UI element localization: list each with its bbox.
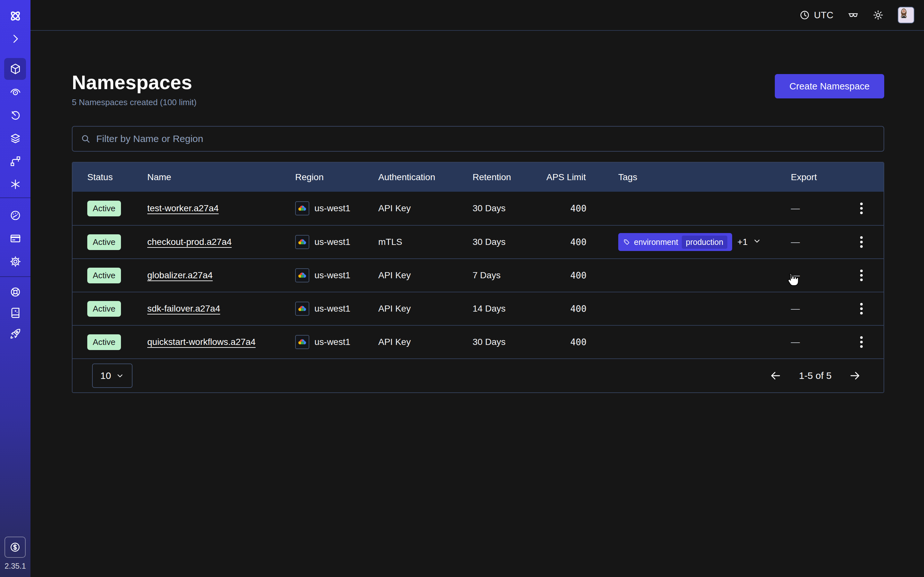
namespace-link[interactable]: test-worker.a27a4 bbox=[147, 203, 219, 213]
table-row: Active test-worker.a27a4 bbox=[73, 192, 884, 225]
create-namespace-button[interactable]: Create Namespace bbox=[775, 74, 884, 98]
asterisk-icon bbox=[9, 178, 21, 190]
status-badge: Active bbox=[87, 234, 121, 250]
col-retention: Retention bbox=[473, 172, 546, 182]
avatar-portrait bbox=[898, 7, 909, 18]
export-status: — bbox=[791, 237, 839, 247]
timezone-label: UTC bbox=[814, 10, 834, 21]
book-sparkle-icon bbox=[9, 306, 21, 319]
col-status: Status bbox=[87, 172, 147, 182]
aps-limit: 400 bbox=[546, 303, 618, 314]
sidebar-item-deployments[interactable] bbox=[0, 132, 31, 145]
retention-period: 14 Days bbox=[473, 303, 546, 314]
sidebar-item-batch-operations[interactable] bbox=[0, 155, 31, 167]
chevron-down-icon bbox=[753, 237, 761, 245]
page-title: Namespaces bbox=[72, 71, 197, 93]
export-status: — bbox=[791, 203, 839, 213]
sidebar: 2.35.1 bbox=[0, 0, 31, 577]
col-name: Name bbox=[147, 172, 295, 182]
auth-method: API Key bbox=[378, 203, 473, 213]
gauge-icon bbox=[9, 210, 21, 221]
tag-pill[interactable]: environment production bbox=[618, 233, 732, 251]
row-actions-menu[interactable] bbox=[858, 234, 865, 250]
export-status: — bbox=[791, 303, 839, 314]
table-footer: 10 1-5 of 5 bbox=[73, 358, 884, 392]
main-content: Namespaces 5 Namespaces created (100 lim… bbox=[31, 31, 924, 577]
retention-period: 30 Days bbox=[473, 237, 546, 247]
page-size-value: 10 bbox=[100, 370, 111, 381]
sidebar-expand-button[interactable] bbox=[0, 33, 31, 45]
page-size-select[interactable]: 10 bbox=[92, 364, 132, 388]
credit-card-icon bbox=[9, 232, 21, 245]
auth-method: API Key bbox=[378, 337, 473, 347]
namespace-link[interactable]: checkout-prod.a27a4 bbox=[147, 237, 232, 247]
col-authentication: Authentication bbox=[378, 172, 473, 182]
layers-icon bbox=[9, 132, 21, 145]
region-label: us-west1 bbox=[314, 237, 351, 247]
tag-key: environment bbox=[634, 237, 678, 247]
sidebar-item-nexus[interactable] bbox=[0, 178, 31, 190]
aps-limit: 400 bbox=[546, 337, 618, 348]
prev-page-arrow[interactable] bbox=[769, 370, 782, 382]
chevron-down-icon bbox=[116, 372, 124, 380]
col-aps-limit: APS Limit bbox=[546, 172, 618, 182]
col-export: Export bbox=[791, 172, 839, 182]
row-actions-menu[interactable] bbox=[858, 267, 865, 284]
sidebar-item-getting-started[interactable] bbox=[0, 327, 31, 340]
auth-method: API Key bbox=[378, 303, 473, 314]
sidebar-item-billing[interactable] bbox=[0, 232, 31, 245]
sidebar-item-namespaces[interactable] bbox=[0, 63, 31, 75]
namespace-link[interactable]: globalizer.a27a4 bbox=[147, 270, 213, 280]
table-row: Active globalizer.a27a4 bbox=[73, 258, 884, 292]
theme-toggle-button[interactable] bbox=[873, 10, 884, 21]
user-avatar[interactable] bbox=[898, 7, 914, 23]
cube-icon bbox=[9, 63, 21, 75]
plan-billing-badge-button[interactable] bbox=[5, 537, 26, 558]
branch-nodes-icon bbox=[9, 155, 21, 167]
spiral-eye-icon bbox=[9, 86, 21, 98]
region-label: us-west1 bbox=[314, 203, 351, 213]
sidebar-divider bbox=[0, 197, 31, 198]
search-icon bbox=[81, 134, 90, 143]
glasses-icon bbox=[848, 10, 859, 21]
region-label: us-west1 bbox=[314, 337, 351, 347]
table-header-row: Status Name Region Authentication Retent… bbox=[73, 163, 884, 192]
labs-toggle-button[interactable] bbox=[848, 10, 859, 21]
region-label: us-west1 bbox=[314, 270, 351, 280]
status-badge: Active bbox=[87, 268, 121, 284]
page-subtitle: 5 Namespaces created (100 limit) bbox=[72, 97, 197, 107]
filter-box bbox=[72, 126, 884, 152]
sidebar-item-settings[interactable] bbox=[0, 255, 31, 268]
row-actions-menu[interactable] bbox=[858, 334, 865, 350]
sidebar-item-docs[interactable] bbox=[0, 306, 31, 319]
sidebar-item-support[interactable] bbox=[0, 286, 31, 298]
next-page-arrow[interactable] bbox=[849, 370, 861, 382]
tag-value: production bbox=[682, 235, 728, 249]
table-row: Active checkout-prod.a27a4 bbox=[73, 225, 884, 258]
row-actions-menu[interactable] bbox=[858, 300, 865, 317]
temporal-logo[interactable] bbox=[0, 9, 31, 23]
table-body: Active test-worker.a27a4 bbox=[73, 192, 884, 358]
dollar-seal-icon bbox=[9, 541, 21, 554]
filter-input[interactable] bbox=[96, 133, 875, 144]
sidebar-divider bbox=[0, 276, 31, 277]
sidebar-item-usage[interactable] bbox=[0, 210, 31, 221]
chevron-right-icon bbox=[9, 33, 21, 45]
table-row: Active quickstart-workflows.a27a4 bbox=[73, 325, 884, 358]
row-actions-menu[interactable] bbox=[858, 200, 865, 217]
sidebar-item-monitoring[interactable] bbox=[0, 86, 31, 98]
timer-icon bbox=[9, 109, 21, 121]
tag-more-count[interactable]: +1 bbox=[737, 237, 748, 247]
timezone-selector[interactable]: UTC bbox=[799, 10, 834, 21]
clock-icon bbox=[799, 10, 810, 21]
status-badge: Active bbox=[87, 334, 121, 350]
namespace-link[interactable]: sdk-failover.a27a4 bbox=[147, 303, 220, 314]
export-status: — bbox=[791, 270, 839, 280]
sidebar-item-schedules[interactable] bbox=[0, 109, 31, 121]
tags-expand-button[interactable] bbox=[753, 237, 761, 247]
google-cloud-icon bbox=[295, 301, 309, 316]
google-cloud-icon bbox=[295, 235, 309, 249]
namespaces-table: Status Name Region Authentication Retent… bbox=[72, 162, 884, 393]
namespace-link[interactable]: quickstart-workflows.a27a4 bbox=[147, 337, 256, 347]
pagination-range: 1-5 of 5 bbox=[799, 370, 832, 381]
